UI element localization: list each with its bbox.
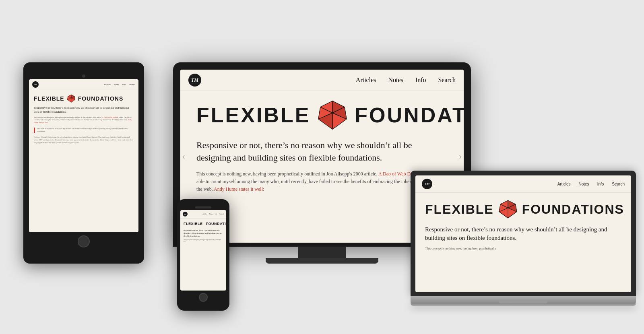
phone-body: This concept is nothing new, having been… [184, 239, 223, 243]
tablet-quote-text: Our work is responsive on its own. By de… [37, 128, 134, 133]
laptop: TM Articles Notes Info Search FLEXIBLE [411, 171, 636, 306]
phone-screen: TM Articles Notes Info Search FLEXIBLE [180, 210, 226, 291]
desktop-nav-links: Articles Notes Info Search [356, 76, 456, 84]
tablet-title-right: FOUNDATIONS [78, 95, 124, 102]
tablet-nav-search[interactable]: Search [129, 83, 135, 86]
tablet-nav-notes[interactable]: Notes [114, 83, 119, 86]
tablet-body-link[interactable]: A Dao of Web Design [102, 116, 118, 118]
laptop-nav-info[interactable]: Info [597, 182, 604, 186]
phone-nav: TM Articles Notes Info Search [180, 210, 226, 219]
phone-logo-text: TM [184, 213, 186, 215]
tablet-body-2: And now I thought I was doing the web a … [34, 136, 134, 144]
tablet-lead: Responsive or not, there’s no reason why… [34, 106, 134, 114]
gem-icon [316, 99, 349, 131]
phone-home-button[interactable] [199, 293, 208, 302]
monitor-next-button[interactable]: › [459, 152, 462, 161]
laptop-body: This concept is nothing new, having been… [425, 246, 621, 251]
phone-nav-info[interactable]: Info [215, 213, 217, 215]
scene: TM Articles Notes Info Search FLEXIBLE [0, 0, 644, 334]
tablet-content: FLEXIBLE FOUNDATIONS [29, 90, 138, 148]
desktop-lead: Responsive or not, there’s no reason why… [196, 139, 448, 164]
body-link-2[interactable]: Andy Hume states it well: [214, 186, 264, 192]
tablet-title-left: FLEXIBLE [34, 95, 64, 102]
laptop-nav-links: Articles Notes Info Search [557, 182, 625, 186]
laptop-lid: TM Articles Notes Info Search FLEXIBLE [411, 171, 636, 296]
tablet-camera [82, 74, 85, 78]
laptop-bottom [411, 303, 636, 306]
tablet-nav-articles[interactable]: Articles [104, 83, 110, 86]
tablet-nav-links: Articles Notes Info Search [104, 83, 135, 86]
tablet-gem-icon [67, 94, 76, 103]
phone-title-right: FOUNDATIONS [206, 222, 226, 226]
phone-nav-links: Articles Notes Info Search [202, 213, 224, 215]
title-word-left: FLEXIBLE [196, 103, 310, 127]
tablet-logo[interactable]: TM [32, 81, 39, 88]
laptop-base [411, 296, 636, 303]
tablet-logo-text: TM [34, 84, 37, 86]
tablet-nav: TM Articles Notes Info Search [29, 79, 138, 90]
laptop-logo-text: TM [425, 182, 430, 186]
nav-item-articles[interactable]: Articles [356, 76, 376, 84]
desktop-logo[interactable]: TM [188, 74, 201, 87]
nav-item-info[interactable]: Info [415, 76, 426, 84]
phone-logo[interactable]: TM [183, 212, 188, 216]
phone-title-left: FLEXIBLE [184, 222, 203, 226]
phone-lead: Responsive or not, there’s no reason why… [184, 229, 223, 237]
desktop-nav: TM Articles Notes Info Search [180, 70, 464, 91]
nav-item-search[interactable]: Search [438, 76, 456, 84]
monitor-stand-base [266, 258, 378, 264]
phone-speaker [195, 206, 211, 208]
phone-nav-search[interactable]: Search [219, 213, 224, 215]
laptop-nav-search[interactable]: Search [612, 182, 625, 186]
laptop-title-left: FLEXIBLE [425, 202, 494, 217]
laptop-lead: Responsive or not, there’s no reason why… [425, 225, 621, 242]
laptop-logo[interactable]: TM [422, 179, 432, 189]
phone-nav-notes[interactable]: Notes [209, 213, 213, 215]
tablet-title: FLEXIBLE FOUNDATIONS [34, 94, 134, 103]
tablet-blockquote: Our work is responsive on its own. By de… [34, 128, 134, 133]
tablet: TM Articles Notes Info Search FLEXIBLE [23, 62, 144, 264]
monitor-stand-neck [298, 247, 346, 258]
laptop-nav-notes[interactable]: Notes [579, 182, 589, 186]
phone-content: FLEXIBLE FOUNDATIONS Responsive or not, … [180, 219, 226, 246]
laptop-nav-articles[interactable]: Articles [557, 182, 571, 186]
title-word-right: FOUNDATIONS [355, 103, 464, 127]
nav-item-notes[interactable]: Notes [388, 76, 403, 84]
tablet-body: This concept is nothing new, having been… [34, 116, 134, 124]
phone-nav-articles[interactable]: Articles [202, 213, 207, 215]
laptop-screen: TM Articles Notes Info Search FLEXIBLE [415, 175, 631, 292]
tablet-nav-info[interactable]: Info [122, 83, 126, 86]
phone-bezel: TM Articles Notes Info Search FLEXIBLE [177, 199, 229, 311]
laptop-nav: TM Articles Notes Info Search [415, 175, 631, 193]
phone-title: FLEXIBLE FOUNDATIONS [184, 221, 223, 227]
laptop-gem-icon [498, 199, 518, 219]
laptop-title-right: FOUNDATIONS [522, 202, 624, 217]
monitor-prev-button[interactable]: ‹ [182, 152, 185, 161]
laptop-content: FLEXIBLE FOU [415, 193, 631, 258]
tablet-home-button[interactable] [78, 235, 90, 247]
tablet-bezel: TM Articles Notes Info Search FLEXIBLE [23, 62, 144, 264]
desktop-logo-text: TM [191, 77, 198, 83]
mobile-phone: TM Articles Notes Info Search FLEXIBLE [177, 199, 229, 311]
desktop-title: FLEXIBLE [196, 99, 448, 131]
desktop-body: This concept is nothing new, having been… [196, 170, 448, 194]
laptop-title: FLEXIBLE FOU [425, 199, 621, 219]
tablet-body-link-2[interactable]: Andy Hume states it well: [34, 119, 132, 124]
tablet-screen: TM Articles Notes Info Search FLEXIBLE [29, 79, 138, 232]
